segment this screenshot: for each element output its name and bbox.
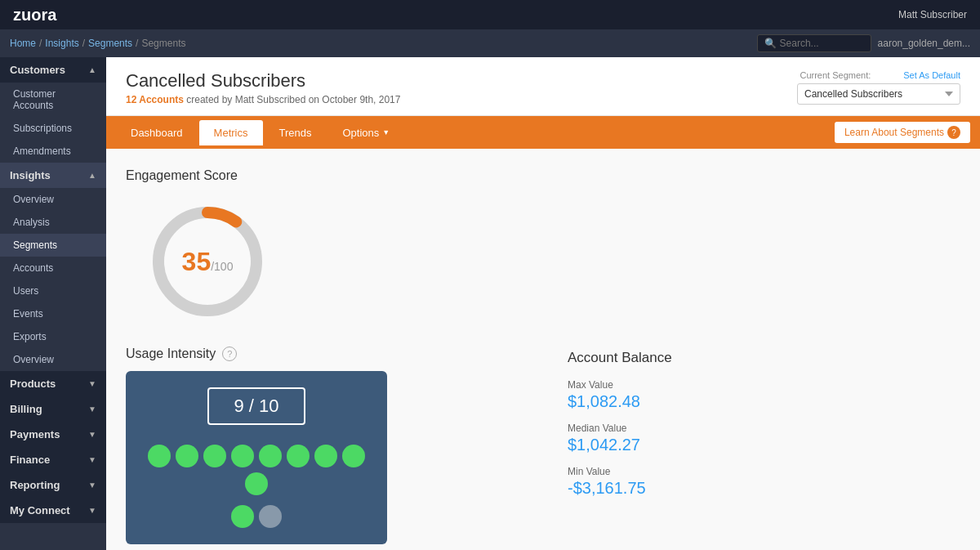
current-segment-label: Current Segment: [800,70,871,80]
tab-dashboard[interactable]: Dashboard [116,120,198,145]
sidebar-group-payments[interactable]: Payments ▼ [0,422,106,447]
sidebar-group-reporting[interactable]: Reporting ▼ [0,472,106,498]
sidebar-item-users[interactable]: Users [0,279,106,302]
search-box[interactable]: 🔍 [757,34,871,52]
tab-options[interactable]: Options ▼ [327,120,404,145]
segment-select[interactable]: Cancelled Subscribers [797,83,960,105]
tabs: Dashboard Metrics Trends Options ▼ [116,120,404,145]
account-balance-title: Account Balance [568,350,960,366]
usage-dot-6 [287,445,310,467]
main-content: Cancelled Subscribers 12 Accounts create… [106,57,980,550]
sidebar-group-products-label: Products [10,378,56,390]
sidebar-group-insights[interactable]: Insights ▲ [0,163,106,188]
learn-about-segments-button[interactable]: Learn About Segments ? [835,122,970,143]
options-caret-icon: ▼ [382,128,390,136]
sidebar-group-customers-arrow: ▲ [88,65,96,74]
account-balance-section: Account Balance Max Value $1,082.48 Medi… [568,347,960,509]
sidebar-group-myconnect[interactable]: My Connect ▼ [0,498,106,523]
breadcrumb-segments-link[interactable]: Segments [88,38,132,49]
breadcrumb-current: Segments [141,38,185,49]
usage-dots-row1 [142,438,371,495]
sidebar-group-customers[interactable]: Customers ▲ [0,57,106,83]
breadcrumb: Home / Insights / Segments / Segments [10,38,185,49]
usage-question-icon[interactable]: ? [222,347,237,361]
topbar-user: Matt Subscriber [898,9,967,20]
accounts-count: 12 Accounts [126,94,184,105]
metrics-row: Usage Intensity ? 9 / 10 [126,347,960,544]
min-value: -$3,161.75 [568,479,960,498]
tab-metrics[interactable]: Metrics [199,120,263,145]
breadcrumb-insights[interactable]: Insights [45,38,78,49]
sidebar-item-analysis[interactable]: Analysis [0,211,106,234]
max-value-label: Max Value [568,379,960,391]
sidebar-group-reporting-label: Reporting [10,479,60,491]
median-value: $1,042.27 [568,436,960,454]
usage-intensity-title-row: Usage Intensity ? [126,347,519,361]
user-account: aaron_golden_dem... [878,38,970,49]
svg-text:zuora: zuora [13,6,57,24]
max-value-item: Max Value $1,082.48 [568,379,960,411]
sidebar-item-overview[interactable]: Overview [0,188,106,211]
tab-trends[interactable]: Trends [265,120,327,145]
page-header-right: Current Segment: Set As Default Cancelle… [797,70,960,105]
donut-label: 35/100 [182,247,234,277]
sidebar-group-billing-label: Billing [10,403,42,415]
max-value: $1,082.48 [568,392,960,411]
page-subtitle: 12 Accounts created by Matt Subscribed o… [126,94,400,105]
sidebar-group-insights-arrow: ▲ [88,171,96,180]
engagement-total: /100 [211,260,233,273]
sidebar-item-subscriptions[interactable]: Subscriptions [0,117,106,140]
tab-right: Learn About Segments ? [835,122,970,143]
usage-dot-3 [203,445,226,467]
layout: Customers ▲ Customer Accounts Subscripti… [0,57,980,550]
usage-dot-4 [231,445,254,467]
current-segment-row: Current Segment: Set As Default [800,70,960,80]
usage-dots-row2 [142,499,371,528]
logo[interactable]: zuora [13,6,70,24]
page-header: Cancelled Subscribers 12 Accounts create… [106,57,980,116]
engagement-score-section: Engagement Score 35/100 [126,168,960,327]
usage-intensity-section: Usage Intensity ? 9 / 10 [126,347,519,544]
sidebar-item-customer-accounts[interactable]: Customer Accounts [0,83,106,117]
usage-dot-2 [176,445,198,467]
sidebar-group-myconnect-arrow: ▼ [88,506,96,515]
sidebar-group-customers-label: Customers [10,64,65,76]
usage-dot-10 [231,505,254,528]
subtopbar: Home / Insights / Segments / Segments 🔍 … [0,29,980,57]
usage-dot-11 [259,505,282,528]
sidebar-item-events[interactable]: Events [0,302,106,325]
usage-dot-1 [148,445,171,467]
sidebar: Customers ▲ Customer Accounts Subscripti… [0,57,106,550]
usage-card: 9 / 10 [126,371,387,544]
usage-dot-8 [342,445,365,467]
breadcrumb-home[interactable]: Home [10,38,36,49]
sidebar-item-amendments[interactable]: Amendments [0,140,106,163]
sidebar-item-exports[interactable]: Exports [0,325,106,348]
sidebar-group-finance[interactable]: Finance ▼ [0,447,106,472]
sidebar-item-segments[interactable]: Segments [0,234,106,257]
donut-chart: 35/100 [142,196,273,327]
page-header-left: Cancelled Subscribers 12 Accounts create… [126,70,400,105]
help-icon: ? [947,126,960,139]
usage-dot-7 [314,445,337,467]
sidebar-group-products[interactable]: Products ▼ [0,371,106,396]
learn-label: Learn About Segments [844,127,944,138]
sidebar-group-products-arrow: ▼ [88,379,96,388]
sidebar-item-overview2[interactable]: Overview [0,348,106,371]
set-default-link[interactable]: Set As Default [903,70,960,80]
search-icon: 🔍 [764,38,777,49]
content-area: Engagement Score 35/100 [106,149,980,550]
sidebar-group-payments-arrow: ▼ [88,430,96,439]
sidebar-group-payments-label: Payments [10,428,60,440]
page-title: Cancelled Subscribers [126,70,400,92]
search-input[interactable] [780,38,864,49]
sidebar-group-reporting-arrow: ▼ [88,481,96,490]
sidebar-item-accounts[interactable]: Accounts [0,257,106,279]
engagement-title: Engagement Score [126,168,960,183]
sidebar-group-billing[interactable]: Billing ▼ [0,396,106,422]
usage-score: 9 / 10 [207,387,305,425]
subtitle-rest: created by Matt Subscribed on October 9t… [186,94,400,105]
min-value-item: Min Value -$3,161.75 [568,466,960,498]
sidebar-group-billing-arrow: ▼ [88,405,96,414]
usage-dot-5 [259,445,282,467]
